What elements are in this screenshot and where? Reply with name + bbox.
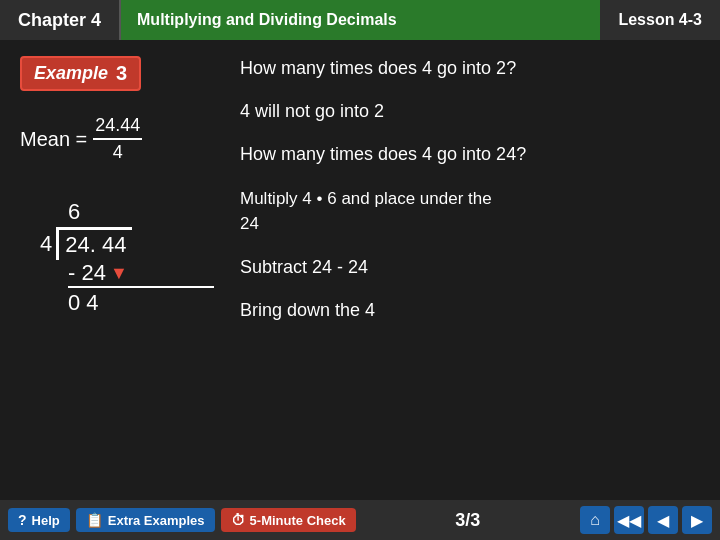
dividend-text: 24. 44 — [65, 232, 126, 257]
example-badge: Example 3 — [20, 56, 141, 91]
subtract-text: Subtract 24 - 24 — [240, 255, 700, 280]
extra-examples-button[interactable]: 📋 Extra Examples — [76, 508, 215, 532]
left-panel: Example 3 Mean = 24.44 4 6 4 24. 44 - 24… — [0, 40, 230, 500]
mean-equation: Mean = 24.44 4 — [20, 115, 214, 163]
home-button[interactable]: ⌂ — [580, 506, 610, 534]
extra-icon: 📋 — [86, 512, 103, 528]
mean-label: Mean = — [20, 128, 87, 151]
bottom-bar: ? Help 📋 Extra Examples ⏱ 5-Minute Check… — [0, 500, 720, 540]
example-number: 3 — [116, 62, 127, 85]
fraction: 24.44 4 — [93, 115, 142, 163]
fraction-numerator: 24.44 — [93, 115, 142, 140]
multiply-text: Multiply 4 • 6 and place under the 24 — [240, 186, 700, 237]
five-label: 5-Minute Check — [250, 513, 346, 528]
nav-buttons: ⌂ ◀◀ ◀ ▶ — [580, 506, 712, 534]
division-quotient: 6 — [68, 199, 214, 225]
main-content: Example 3 Mean = 24.44 4 6 4 24. 44 - 24… — [0, 40, 720, 500]
extra-label: Extra Examples — [108, 513, 205, 528]
lesson-title: Multiplying and Dividing Decimals — [121, 0, 600, 40]
division-block: 6 4 24. 44 - 24 ▼ 0 4 — [20, 199, 214, 316]
bring-down-text: Bring down the 4 — [240, 298, 700, 323]
multiply-line1: Multiply 4 • 6 and place under the — [240, 189, 492, 208]
chapter-tab: Chapter 4 — [0, 0, 121, 40]
multiply-line2: 24 — [240, 214, 259, 233]
help-label: Help — [32, 513, 60, 528]
back-button[interactable]: ◀◀ — [614, 506, 644, 534]
prev-button[interactable]: ◀ — [648, 506, 678, 534]
bottom-left-buttons: ? Help 📋 Extra Examples ⏱ 5-Minute Check — [8, 508, 356, 532]
lesson-title-text: Multiplying and Dividing Decimals — [137, 11, 397, 29]
example-label: Example — [34, 63, 108, 84]
dividend: 24. 44 — [56, 227, 132, 260]
remainder-text: 0 4 — [68, 290, 99, 315]
five-minute-check-button[interactable]: ⏱ 5-Minute Check — [221, 508, 356, 532]
question-1: How many times does 4 go into 2? — [240, 56, 700, 81]
top-bar: Chapter 4 Multiplying and Dividing Decim… — [0, 0, 720, 40]
answer-1: 4 will not go into 2 — [240, 99, 700, 124]
question-2: How many times does 4 go into 24? — [240, 142, 700, 167]
next-button[interactable]: ▶ — [682, 506, 712, 534]
right-panel: How many times does 4 go into 2? 4 will … — [230, 40, 720, 500]
subtract-line: - 24 — [68, 260, 106, 286]
remainder-row: 0 4 — [68, 286, 214, 316]
lesson-tab: Lesson 4-3 — [600, 0, 720, 40]
help-icon: ? — [18, 512, 27, 528]
lesson-number: Lesson 4-3 — [618, 11, 702, 29]
subtraction-row: - 24 ▼ — [68, 260, 214, 286]
page-number: 3/3 — [455, 510, 480, 531]
division-row: 4 24. 44 — [40, 227, 214, 260]
arrow-down-icon: ▼ — [110, 263, 128, 284]
help-button[interactable]: ? Help — [8, 508, 70, 532]
divisor: 4 — [40, 231, 52, 257]
five-icon: ⏱ — [231, 512, 245, 528]
chapter-label: Chapter 4 — [18, 10, 101, 31]
fraction-denominator: 4 — [113, 140, 123, 163]
